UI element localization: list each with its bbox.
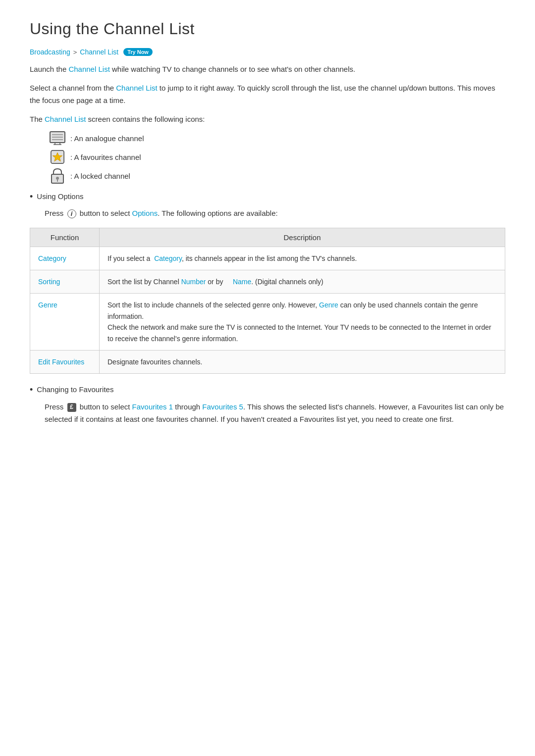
locked-icon-label: : A locked channel — [70, 172, 130, 180]
table-function-edit-favourites: Edit Favourites — [30, 351, 100, 374]
intro-para-2: Select a channel from the Channel List t… — [30, 82, 505, 107]
locked-channel-icon — [50, 169, 65, 183]
options-link[interactable]: Options — [132, 209, 158, 217]
icons-intro: The Channel List screen contains the fol… — [30, 113, 505, 126]
icons-section: : An analogue channel : A favourites cha… — [50, 131, 505, 183]
table-row: Category If you select a Category, its c… — [30, 247, 505, 270]
table-function-sorting: Sorting — [30, 270, 100, 294]
bullet-dot-1: • — [30, 191, 33, 203]
function-table: Function Description Category If you sel… — [30, 228, 505, 374]
channel-list-link-1[interactable]: Channel List — [68, 65, 109, 73]
icon-row-locked: : A locked channel — [50, 169, 505, 183]
edit-favourites-function-link[interactable]: Edit Favourites — [38, 358, 84, 366]
i-button: i — [67, 209, 76, 218]
number-link[interactable]: Number — [181, 278, 206, 286]
table-function-genre: Genre — [30, 294, 100, 351]
breadcrumb-separator: > — [73, 49, 77, 56]
table-desc-edit-favourites: Designate favourites channels. — [100, 351, 505, 374]
genre-function-link[interactable]: Genre — [38, 301, 57, 309]
analogue-icon-label: : An analogue channel — [70, 134, 144, 143]
favourites1-link[interactable]: Favourites 1 — [132, 403, 173, 411]
bullet-item-favourites: • Changing to Favourites — [30, 384, 505, 396]
sorting-function-link[interactable]: Sorting — [38, 278, 60, 286]
bullet-dot-2: • — [30, 384, 33, 396]
favourites5-link[interactable]: Favourites 5 — [202, 403, 243, 411]
table-function-category: Category — [30, 247, 100, 270]
options-sub-para: Press i button to select Options. The fo… — [45, 207, 505, 220]
table-header-description: Description — [100, 228, 505, 247]
table-desc-genre: Sort the list to include channels of the… — [100, 294, 505, 351]
table-row: Edit Favourites Designate favourites cha… — [30, 351, 505, 374]
try-now-badge[interactable]: Try Now — [123, 48, 153, 56]
icon-row-favourites: : A favourites channel — [50, 150, 505, 164]
channel-list-link-2[interactable]: Channel List — [116, 84, 157, 92]
table-header-function: Function — [30, 228, 100, 247]
breadcrumb-broadcasting[interactable]: Broadcasting — [30, 48, 70, 56]
page-title: Using the Channel List — [30, 20, 505, 38]
breadcrumb-channel-list[interactable]: Channel List — [80, 48, 118, 56]
table-row: Sorting Sort the list by Channel Number … — [30, 270, 505, 294]
table-row: Genre Sort the list to include channels … — [30, 294, 505, 351]
bullet-item-options: • Using Options — [30, 191, 505, 203]
bullet-label-favourites: Changing to Favourites — [37, 384, 113, 396]
bullet-label-options: Using Options — [37, 191, 83, 202]
favourites-icon-svg — [50, 150, 65, 164]
e-button: £ — [67, 403, 76, 412]
analogue-channel-icon — [50, 131, 65, 145]
favourites-icon-label: : A favourites channel — [70, 153, 141, 161]
name-link[interactable]: Name — [233, 278, 251, 286]
table-desc-category: If you select a Category, its channels a… — [100, 247, 505, 270]
channel-list-link-3[interactable]: Channel List — [45, 115, 86, 123]
category-function-link[interactable]: Category — [38, 254, 66, 262]
genre-desc-link[interactable]: Genre — [319, 301, 338, 309]
table-desc-sorting: Sort the list by Channel Number or by Na… — [100, 270, 505, 294]
breadcrumb: Broadcasting > Channel List Try Now — [30, 48, 505, 56]
bullet-section-favourites: • Changing to Favourites Press £ button … — [30, 384, 505, 425]
bullet-section-options: • Using Options Press i button to select… — [30, 191, 505, 220]
intro-para-1: Launch the Channel List while watching T… — [30, 63, 505, 76]
favourites-channel-icon — [50, 150, 65, 164]
icon-row-analogue: : An analogue channel — [50, 131, 505, 145]
favourites-sub-para: Press £ button to select Favourites 1 th… — [45, 401, 505, 426]
locked-icon-svg — [51, 168, 64, 184]
svg-point-10 — [56, 177, 59, 180]
analogue-icon-svg — [50, 131, 65, 145]
category-desc-link[interactable]: Category — [154, 254, 182, 262]
